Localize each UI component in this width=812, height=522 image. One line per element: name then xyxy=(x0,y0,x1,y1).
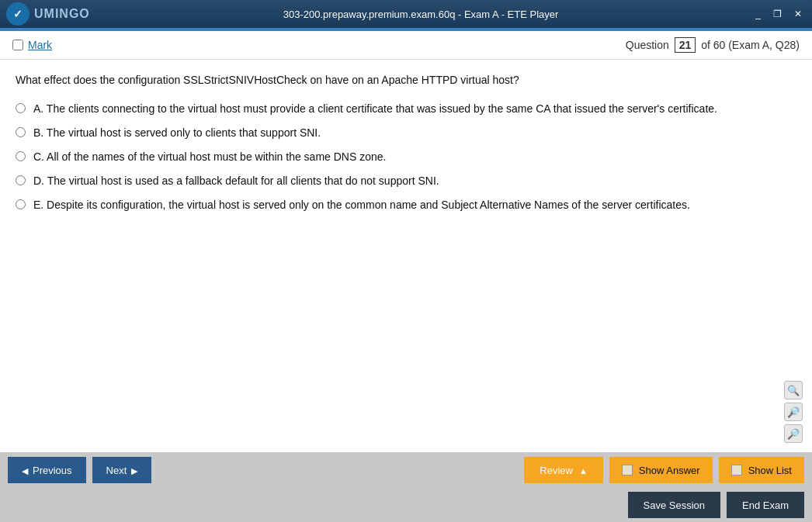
zoom-in-icon[interactable]: 🔎+ xyxy=(784,403,803,421)
option-d-radio[interactable] xyxy=(16,175,26,185)
search-icon[interactable]: 🔍 xyxy=(784,381,803,399)
options-list: A. The clients connecting to the virtual… xyxy=(16,101,796,213)
review-button[interactable]: Review xyxy=(524,457,603,483)
option-e: E. Despite its configuration, the virtua… xyxy=(16,197,796,213)
option-d: D. The virtual host is used as a fallbac… xyxy=(16,173,796,189)
mark-label[interactable]: Mark xyxy=(28,39,52,51)
next-label: Next xyxy=(106,465,127,476)
show-list-checkbox-icon xyxy=(731,465,742,475)
mark-section: Mark xyxy=(12,39,52,51)
option-b-radio[interactable] xyxy=(16,127,26,137)
bottom-toolbar: Previous Next Review Show Answer Show Li… xyxy=(0,452,812,522)
option-e-radio[interactable] xyxy=(16,199,26,209)
option-e-text: E. Despite its configuration, the virtua… xyxy=(33,197,796,213)
review-label: Review xyxy=(540,465,573,476)
window-controls: _ ❐ ✕ xyxy=(751,7,806,21)
question-num-box: 21 xyxy=(675,37,696,53)
mark-checkbox[interactable] xyxy=(12,40,23,50)
show-answer-label: Show Answer xyxy=(639,465,700,476)
option-a: A. The clients connecting to the virtual… xyxy=(16,101,796,117)
question-number-display: Question 21 of 60 (Exam A, Q28) xyxy=(626,37,800,53)
question-text: What effect does the configuration SSLSt… xyxy=(16,72,796,88)
option-b: B. The virtual host is served only to cl… xyxy=(16,125,796,141)
toolbar-row2: Save Session End Exam xyxy=(0,488,812,522)
toolbar-row1: Previous Next Review Show Answer Show Li… xyxy=(0,452,812,488)
option-a-radio[interactable] xyxy=(16,103,26,113)
review-arrow-icon xyxy=(579,465,588,476)
zoom-controls: 🔍 🔎+ 🔎- xyxy=(784,381,803,443)
content-area: What effect does the configuration SSLSt… xyxy=(0,60,812,452)
minimize-button[interactable]: _ xyxy=(751,7,765,21)
option-d-text: D. The virtual host is used as a fallbac… xyxy=(33,173,796,189)
titlebar: ✓ UMINGO 303-200.prepaway.premium.exam.6… xyxy=(0,0,812,28)
save-session-label: Save Session xyxy=(644,500,706,511)
zoom-out-icon[interactable]: 🔎- xyxy=(784,424,803,443)
show-answer-checkbox-icon xyxy=(622,465,633,475)
option-b-text: B. The virtual host is served only to cl… xyxy=(33,125,796,141)
logo: ✓ UMINGO xyxy=(6,2,90,26)
previous-arrow-icon xyxy=(22,465,28,476)
previous-label: Previous xyxy=(33,465,72,476)
show-answer-button[interactable]: Show Answer xyxy=(609,457,713,483)
option-a-text: A. The clients connecting to the virtual… xyxy=(33,101,796,117)
end-exam-button[interactable]: End Exam xyxy=(727,492,804,518)
question-of: of 60 xyxy=(701,39,725,51)
logo-icon: ✓ xyxy=(6,2,29,26)
end-exam-label: End Exam xyxy=(742,500,789,511)
question-header: Mark Question 21 of 60 (Exam A, Q28) xyxy=(0,31,812,60)
option-c-radio[interactable] xyxy=(16,151,26,161)
save-session-button[interactable]: Save Session xyxy=(628,492,721,518)
question-label: Question xyxy=(626,39,669,51)
question-info: (Exam A, Q28) xyxy=(728,39,800,51)
close-button[interactable]: ✕ xyxy=(790,7,806,21)
next-button[interactable]: Next xyxy=(92,457,152,483)
restore-button[interactable]: ❐ xyxy=(769,7,786,21)
logo-text: UMINGO xyxy=(34,7,90,21)
next-arrow-icon xyxy=(131,465,137,476)
previous-button[interactable]: Previous xyxy=(8,457,86,483)
option-c: C. All of the names of the virtual host … xyxy=(16,149,796,165)
show-list-label: Show List xyxy=(748,465,792,476)
show-list-button[interactable]: Show List xyxy=(719,457,804,483)
option-c-text: C. All of the names of the virtual host … xyxy=(33,149,796,165)
window-title: 303-200.prepaway.premium.exam.60q - Exam… xyxy=(90,9,752,20)
